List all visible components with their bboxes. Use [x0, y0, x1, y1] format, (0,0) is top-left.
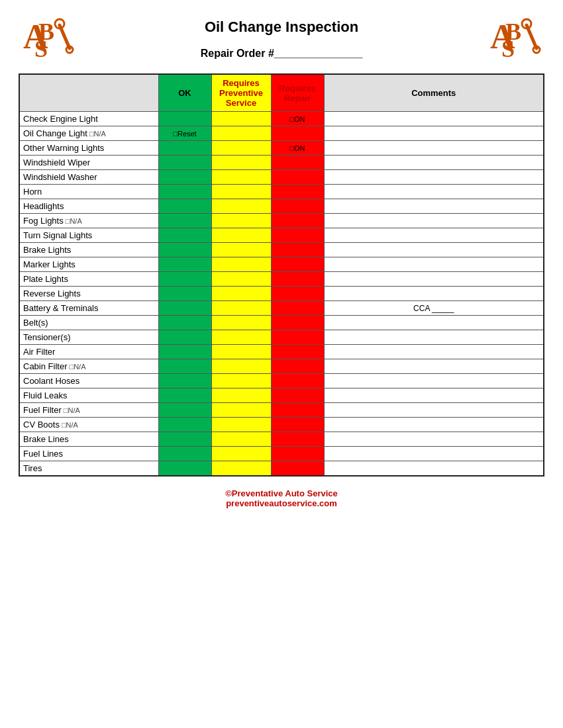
table-row: Coolant Hoses: [19, 374, 544, 388]
row-prev-cell: [211, 345, 271, 359]
row-repair-cell: [271, 461, 324, 477]
col-header-ok: OK: [158, 74, 211, 112]
row-repair-cell: [271, 418, 324, 432]
row-prev-cell: [211, 359, 271, 374]
row-ok-cell: [158, 170, 211, 185]
table-row: Oil Change Light □N/A□Reset: [19, 126, 544, 141]
row-repair-cell: [271, 199, 324, 214]
row-item-label: Fuel Filter □N/A: [19, 403, 158, 418]
row-ok-cell: [158, 185, 211, 199]
row-ok-cell: [158, 330, 211, 345]
row-prev-cell: [211, 388, 271, 403]
row-item-label: Fluid Leaks: [19, 388, 158, 403]
table-row: Other Warning Lights□ON: [19, 141, 544, 156]
row-comments-cell: [324, 170, 544, 185]
row-comments-cell: [324, 345, 544, 359]
col-header-prev: Requires Preventive Service: [211, 74, 271, 112]
row-ok-cell: [158, 214, 211, 228]
row-prev-cell: [211, 403, 271, 418]
na-label: □N/A: [67, 363, 85, 371]
row-item-label: Coolant Hoses: [19, 374, 158, 388]
row-comments-cell: [324, 374, 544, 388]
table-row: Check Engine Light□ON: [19, 112, 544, 126]
row-prev-cell: [211, 199, 271, 214]
row-comments-cell: [324, 228, 544, 243]
table-row: Tires: [19, 461, 544, 477]
row-repair-cell: [271, 214, 324, 228]
row-comments-cell: CCA _____: [324, 301, 544, 316]
row-comments-cell: [324, 243, 544, 257]
table-row: Air Filter: [19, 345, 544, 359]
row-prev-cell: [211, 447, 271, 461]
row-repair-cell: [271, 447, 324, 461]
row-ok-cell: [158, 374, 211, 388]
row-item-label: Brake Lights: [19, 243, 158, 257]
row-repair-cell: [271, 228, 324, 243]
table-row: Headlights: [19, 199, 544, 214]
row-comments-cell: [324, 272, 544, 287]
on-label: □ON: [289, 115, 305, 123]
row-comments-cell: [324, 432, 544, 447]
reset-label: □Reset: [173, 130, 196, 138]
row-ok-cell: [158, 316, 211, 330]
table-row: Fuel Filter □N/A: [19, 403, 544, 418]
row-ok-cell: [158, 461, 211, 477]
row-repair-cell: [271, 432, 324, 447]
row-comments-cell: [324, 447, 544, 461]
row-ok-cell: [158, 301, 211, 316]
row-prev-cell: [211, 214, 271, 228]
row-ok-cell: [158, 257, 211, 272]
row-repair-cell: [271, 301, 324, 316]
na-label: □N/A: [60, 421, 78, 429]
row-prev-cell: [211, 185, 271, 199]
page-footer: ©Preventative Auto Service preventiveaut…: [0, 488, 563, 518]
row-repair-cell: [271, 330, 324, 345]
row-item-label: Reverse Lights: [19, 287, 158, 301]
row-comments-cell: [324, 126, 544, 141]
row-ok-cell: [158, 243, 211, 257]
row-item-label: Plate Lights: [19, 272, 158, 287]
footer-line2: preventiveautoservice.com: [0, 498, 563, 508]
row-repair-cell: [271, 287, 324, 301]
row-item-label: Turn Signal Lights: [19, 228, 158, 243]
row-item-label: Tires: [19, 461, 158, 477]
row-item-label: Tensioner(s): [19, 330, 158, 345]
row-ok-cell: [158, 345, 211, 359]
table-row: Turn Signal Lights: [19, 228, 544, 243]
table-row: Tensioner(s): [19, 330, 544, 345]
row-comments-cell: [324, 257, 544, 272]
table-row: Windshield Wiper: [19, 156, 544, 170]
row-comments-cell: [324, 156, 544, 170]
row-ok-cell: [158, 228, 211, 243]
row-comments-cell: [324, 112, 544, 126]
row-prev-cell: [211, 228, 271, 243]
row-item-label: Fog Lights □N/A: [19, 214, 158, 228]
row-ok-cell: [158, 359, 211, 374]
row-prev-cell: [211, 330, 271, 345]
on-label: □ON: [289, 144, 305, 152]
row-ok-cell: [158, 112, 211, 126]
row-repair-cell: [271, 403, 324, 418]
logo-left: A B S: [20, 12, 76, 64]
table-row: Marker Lights: [19, 257, 544, 272]
logo-right: A B S: [487, 12, 543, 64]
table-row: Fuel Lines: [19, 447, 544, 461]
table-row: CV Boots □N/A: [19, 418, 544, 432]
row-ok-cell: [158, 388, 211, 403]
row-item-label: Windshield Wiper: [19, 156, 158, 170]
row-repair-cell: [271, 185, 324, 199]
col-header-item: [19, 74, 158, 112]
row-item-label: Fuel Lines: [19, 447, 158, 461]
row-comments-cell: [324, 287, 544, 301]
na-label: □N/A: [87, 130, 106, 138]
row-prev-cell: [211, 257, 271, 272]
row-ok-cell: [158, 418, 211, 432]
row-repair-cell: [271, 126, 324, 141]
row-item-label: CV Boots □N/A: [19, 418, 158, 432]
row-prev-cell: [211, 418, 271, 432]
row-item-label: Other Warning Lights: [19, 141, 158, 156]
row-prev-cell: [211, 316, 271, 330]
row-comments-cell: [324, 185, 544, 199]
row-item-label: Brake Lines: [19, 432, 158, 447]
na-label: □N/A: [64, 217, 82, 225]
